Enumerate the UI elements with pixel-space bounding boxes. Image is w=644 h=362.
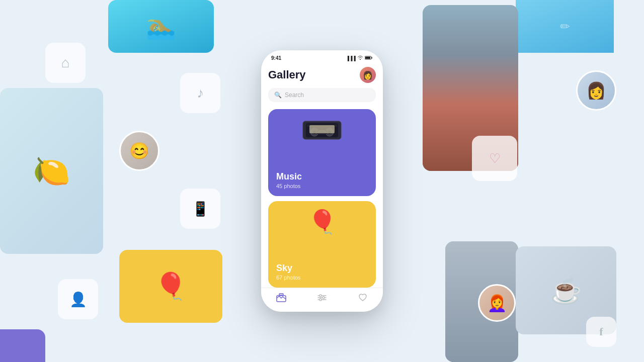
svg-point-21	[319, 299, 321, 301]
wifi-icon	[358, 56, 363, 61]
search-icon: 🔍	[274, 92, 282, 99]
bg-hand-card: 🍋	[0, 88, 103, 254]
phone-icon: 📱	[192, 201, 209, 217]
bottom-nav	[261, 288, 383, 312]
app-header: Gallery 👩	[268, 63, 376, 88]
status-bar: 9:41 ▐▐▐	[261, 50, 383, 63]
nav-gallery-icon[interactable]	[276, 293, 286, 305]
ghost-home-card: ⌂	[45, 43, 86, 83]
search-placeholder: Search	[285, 92, 304, 99]
album-card-sky[interactable]: 🎈 Sky 67 photos	[268, 201, 376, 288]
contact-icon: 👤	[69, 291, 87, 308]
nav-filter-icon[interactable]	[317, 293, 327, 305]
ghost-phone-card: 📱	[180, 189, 220, 229]
balloon-icon: 🎈	[154, 271, 187, 302]
search-bar[interactable]: 🔍 Search	[268, 88, 376, 102]
album-count-music: 45 photos	[276, 183, 368, 189]
album-card-music[interactable]: Music 45 photos	[268, 109, 376, 196]
man-face: 😊	[121, 132, 158, 169]
album-name-sky: Sky	[276, 263, 368, 274]
svg-rect-1	[365, 57, 370, 59]
facebook-icon: f	[599, 325, 603, 338]
home-icon: ⌂	[61, 55, 70, 71]
user-avatar[interactable]: 👩	[360, 67, 376, 83]
cassette-icon	[302, 118, 342, 142]
bg-favorite-card: ♡	[472, 136, 517, 181]
svg-point-19	[319, 295, 321, 297]
status-icons: ▐▐▐	[346, 56, 373, 61]
status-time: 9:41	[271, 55, 281, 61]
svg-rect-10	[309, 125, 335, 133]
ghost-contact-card: 👤	[58, 279, 98, 319]
heart-icon: ♡	[489, 151, 501, 166]
app-title: Gallery	[268, 68, 306, 81]
bg-balloon-card: 🎈	[119, 250, 222, 323]
avatar-face: 👩	[363, 70, 373, 80]
avatar-man: 😊	[119, 131, 159, 171]
music-note-icon: ♪	[197, 85, 204, 101]
svg-point-20	[323, 297, 325, 299]
bg-purple-accent	[0, 329, 45, 362]
coffee-icon: ☕	[550, 276, 582, 305]
hand-icon: 🍋	[0, 88, 103, 254]
svg-rect-14	[277, 296, 286, 302]
svg-rect-15	[279, 294, 283, 295]
woman-face-tr: 👩	[578, 72, 615, 109]
albums-list: Music 45 photos 🎈 Sky 67 photos	[268, 109, 376, 288]
album-count-sky: 67 photos	[276, 275, 368, 281]
avatar-woman-bottom-right: 👩‍🦰	[478, 284, 516, 322]
ghost-music-card: ♪	[180, 73, 220, 113]
signal-icon: ▐▐▐	[346, 56, 356, 61]
phone-mockup: 9:41 ▐▐▐ Gallery	[261, 50, 383, 312]
app-content: Gallery 👩 🔍 Search	[261, 63, 383, 288]
ghost-fb-card: f	[586, 317, 616, 347]
battery-icon	[365, 56, 373, 61]
balloon-icon: 🎈	[308, 208, 337, 235]
woman-face-br: 👩‍🦰	[479, 286, 514, 320]
nav-favorites-icon[interactable]	[358, 293, 368, 305]
avatar-woman-top-right: 👩	[576, 70, 616, 111]
bg-cyan-card: 🏊	[108, 0, 214, 53]
album-name-music: Music	[276, 172, 368, 182]
bg-blue-tr-card: ✏	[516, 0, 614, 53]
